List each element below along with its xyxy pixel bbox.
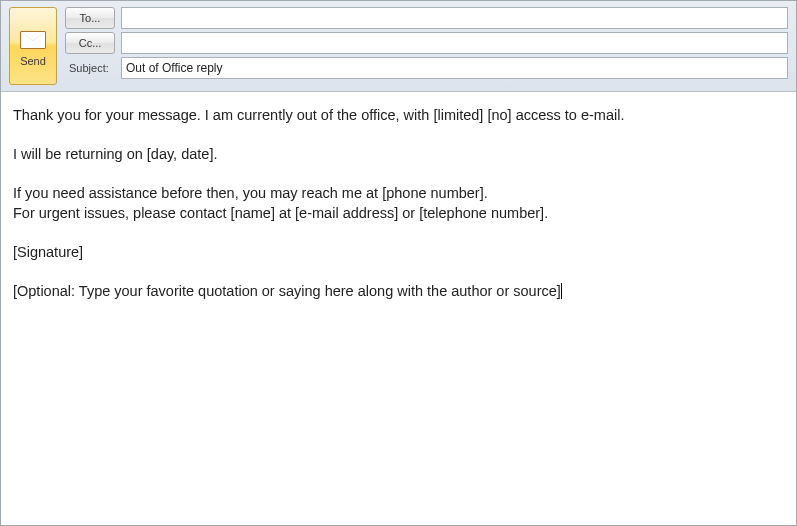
compose-header: Send To... Cc... Subject: xyxy=(1,1,796,92)
text-cursor xyxy=(561,283,562,299)
subject-input[interactable] xyxy=(121,57,788,79)
send-label: Send xyxy=(20,55,46,67)
body-line: Thank you for your message. I am current… xyxy=(13,107,624,123)
body-line: For urgent issues, please contact [name]… xyxy=(13,205,548,221)
subject-row: Subject: xyxy=(65,57,788,79)
cc-row: Cc... xyxy=(65,32,788,54)
to-row: To... xyxy=(65,7,788,29)
envelope-icon xyxy=(20,31,46,49)
to-input[interactable] xyxy=(121,7,788,29)
cc-button[interactable]: Cc... xyxy=(65,32,115,54)
body-line: I will be returning on [day, date]. xyxy=(13,146,217,162)
send-button[interactable]: Send xyxy=(9,7,57,85)
body-line: [Signature] xyxy=(13,244,83,260)
body-line: [Optional: Type your favorite quotation … xyxy=(13,283,561,299)
message-body[interactable]: Thank you for your message. I am current… xyxy=(1,92,796,524)
cc-input[interactable] xyxy=(121,32,788,54)
subject-label: Subject: xyxy=(65,62,115,74)
header-fields: To... Cc... Subject: xyxy=(65,7,788,79)
body-line: If you need assistance before then, you … xyxy=(13,185,488,201)
to-button[interactable]: To... xyxy=(65,7,115,29)
